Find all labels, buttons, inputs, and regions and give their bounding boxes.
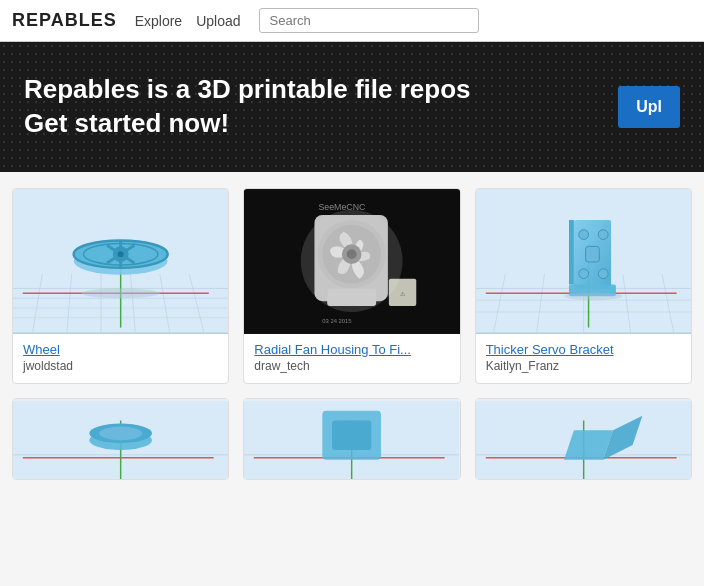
svg-point-57 [564,292,623,300]
svg-point-51 [598,230,608,240]
card-title-servo[interactable]: Thicker Servo Bracket [486,342,681,357]
card-title-wheel[interactable]: Wheel [23,342,218,357]
card-author-wheel: jwoldstad [23,359,218,373]
nav-explore[interactable]: Explore [135,13,182,29]
card-partial-1[interactable] [12,398,229,480]
card-thumb-partial-2 [244,399,459,479]
svg-point-33 [347,249,357,259]
card-thumb-partial-3 [476,399,691,479]
card-wheel[interactable]: Wheel jwoldstad [12,188,229,384]
hero-title-line1: Repables is a 3D printable file repos [24,74,470,104]
card-thumb-fan: SeeMeCNC [244,189,459,334]
hero-cta-button[interactable]: Upl [618,86,680,128]
svg-marker-56 [569,220,574,285]
cards-row-2 [12,398,692,480]
svg-rect-34 [328,288,377,306]
card-title-fan[interactable]: Radial Fan Housing To Fi... [254,342,449,357]
card-info-fan: Radial Fan Housing To Fi... draw_tech [244,334,459,383]
svg-point-53 [598,269,608,279]
card-fan[interactable]: SeeMeCNC [243,188,460,384]
card-info-wheel: Wheel jwoldstad [13,334,228,383]
search-input[interactable] [259,8,479,33]
topbar: REPABLES Explore Upload [0,0,704,42]
svg-rect-70 [332,420,371,449]
svg-point-22 [118,251,124,257]
hero-text: Repables is a 3D printable file repos Ge… [24,73,600,141]
card-thumb-servo [476,189,691,334]
card-author-fan: draw_tech [254,359,449,373]
card-info-servo: Thicker Servo Bracket Kaitlyn_Franz [476,334,691,383]
card-thumb-partial-1 [13,399,228,479]
card-thumb-wheel [13,189,228,334]
card-author-servo: Kaitlyn_Franz [486,359,681,373]
cards-row-1: Wheel jwoldstad SeeMeCNC [12,188,692,384]
svg-text:SeeMeCNC: SeeMeCNC [319,202,367,212]
cards-container: Wheel jwoldstad SeeMeCNC [0,172,704,480]
svg-text:03 24 2015: 03 24 2015 [323,318,353,324]
svg-point-52 [578,269,588,279]
hero-title-line2: Get started now! [24,108,229,138]
svg-point-64 [99,426,142,440]
card-servo[interactable]: Thicker Servo Bracket Kaitlyn_Franz [475,188,692,384]
card-partial-2[interactable] [243,398,460,480]
logo: REPABLES [12,10,117,31]
hero-title: Repables is a 3D printable file repos Ge… [24,73,600,141]
hero-banner: Repables is a 3D printable file repos Ge… [0,42,704,172]
svg-point-25 [82,288,160,298]
nav-upload[interactable]: Upload [196,13,240,29]
svg-rect-54 [585,246,599,262]
card-partial-3[interactable] [475,398,692,480]
svg-point-50 [578,230,588,240]
